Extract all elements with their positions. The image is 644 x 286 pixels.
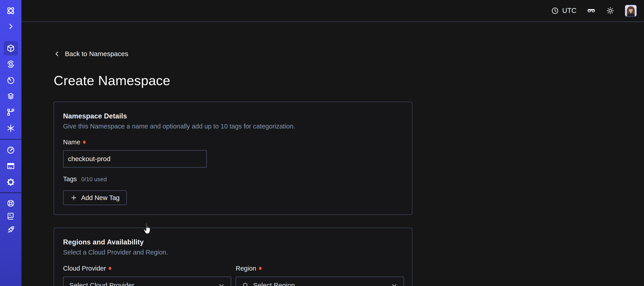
sidebar-expand-button[interactable] bbox=[4, 19, 18, 33]
name-label-row: Name bbox=[63, 138, 403, 147]
theme-toggle-button[interactable] bbox=[606, 6, 614, 15]
gear-icon bbox=[6, 178, 15, 187]
namespace-name-input[interactable] bbox=[63, 150, 207, 168]
cloud-provider-select[interactable]: Select Cloud Provider bbox=[63, 277, 231, 286]
clock-icon bbox=[551, 7, 559, 15]
timezone-label: UTC bbox=[562, 7, 576, 15]
book-sparkles-icon bbox=[6, 212, 15, 220]
cloud-provider-label: Cloud Provider bbox=[63, 264, 106, 273]
required-dot bbox=[259, 267, 262, 270]
gauge-icon bbox=[6, 146, 15, 155]
namespace-details-card: Namespace Details Give this Namespace a … bbox=[54, 102, 412, 215]
sidebar-item-schedules[interactable] bbox=[4, 73, 18, 88]
sidebar-item-monitor[interactable] bbox=[4, 57, 18, 71]
region-field: Region Select Region bbox=[236, 264, 404, 286]
sidebar-item-namespaces[interactable] bbox=[4, 41, 18, 55]
sidebar bbox=[0, 0, 22, 286]
timer-clock-icon bbox=[6, 76, 15, 85]
sidebar-item-deployments[interactable] bbox=[4, 105, 18, 119]
sun-icon bbox=[606, 6, 614, 15]
cube-icon bbox=[6, 44, 15, 53]
card-title: Namespace Details bbox=[63, 111, 403, 121]
sidebar-divider bbox=[0, 192, 22, 193]
name-label: Name bbox=[63, 138, 80, 147]
credit-card-icon bbox=[6, 162, 15, 171]
sidebar-item-batch[interactable] bbox=[4, 121, 18, 135]
sidebar-item-getting-started[interactable] bbox=[4, 223, 18, 237]
back-to-namespaces-link[interactable]: Back to Namespaces bbox=[54, 50, 128, 58]
timezone-selector[interactable]: UTC bbox=[551, 7, 576, 15]
temporal-logo-icon bbox=[4, 3, 18, 18]
swirl-eye-icon bbox=[6, 60, 15, 69]
sidebar-divider bbox=[0, 139, 22, 140]
required-dot bbox=[109, 267, 111, 270]
card-title: Regions and Availability bbox=[63, 238, 403, 247]
glasses-icon bbox=[587, 6, 596, 15]
search-icon bbox=[242, 282, 249, 286]
lifebuoy-icon bbox=[6, 199, 15, 208]
branch-pipeline-icon bbox=[6, 108, 15, 117]
avatar-image bbox=[625, 5, 636, 16]
main-content: Back to Namespaces Create Namespace Name… bbox=[22, 22, 644, 286]
add-new-tag-button[interactable]: Add New Tag bbox=[63, 190, 127, 205]
back-link-label: Back to Namespaces bbox=[65, 50, 128, 58]
card-subtitle: Give this Namespace a name and optionall… bbox=[63, 122, 403, 131]
asterisk-icon bbox=[6, 124, 15, 133]
cloud-provider-placeholder: Select Cloud Provider bbox=[69, 282, 134, 286]
provider-region-grid: Cloud Provider Select Cloud Provider Reg… bbox=[63, 264, 403, 286]
tags-label-row: Tags 0/10 used bbox=[63, 175, 403, 183]
user-avatar[interactable] bbox=[625, 5, 637, 17]
topbar: UTC bbox=[22, 0, 644, 22]
page-title: Create Namespace bbox=[54, 73, 644, 88]
rocket-icon bbox=[6, 226, 15, 234]
sidebar-item-docs[interactable] bbox=[4, 209, 18, 223]
layers-icon bbox=[6, 92, 15, 101]
cloud-provider-field: Cloud Provider Select Cloud Provider bbox=[63, 264, 231, 286]
region-placeholder: Select Region bbox=[253, 282, 295, 286]
chevron-down-icon bbox=[218, 282, 225, 286]
plus-icon bbox=[70, 194, 77, 201]
region-label: Region bbox=[236, 264, 256, 273]
regions-availability-card: Regions and Availability Select a Cloud … bbox=[54, 228, 412, 286]
sidebar-item-support[interactable] bbox=[4, 196, 18, 211]
card-subtitle: Select a Cloud Provider and Region. bbox=[63, 248, 403, 257]
chevron-left-icon bbox=[54, 50, 60, 57]
cloud-provider-label-row: Cloud Provider bbox=[63, 264, 231, 273]
add-tag-label: Add New Tag bbox=[81, 194, 120, 202]
required-dot bbox=[83, 141, 86, 144]
region-select[interactable]: Select Region bbox=[236, 277, 404, 286]
reader-mode-button[interactable] bbox=[587, 6, 596, 15]
sidebar-item-usage[interactable] bbox=[4, 143, 18, 157]
sidebar-item-settings[interactable] bbox=[4, 175, 18, 189]
region-label-row: Region bbox=[236, 264, 404, 273]
tags-counter: 0/10 used bbox=[81, 176, 107, 183]
tags-label: Tags bbox=[63, 175, 77, 183]
sidebar-item-nexus[interactable] bbox=[4, 89, 18, 103]
sidebar-item-billing[interactable] bbox=[4, 159, 18, 173]
chevron-down-icon bbox=[391, 282, 398, 286]
